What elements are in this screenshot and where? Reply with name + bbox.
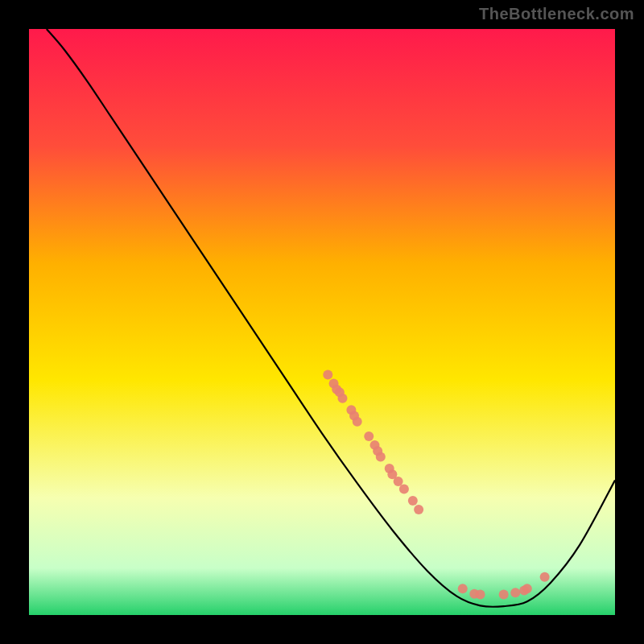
scatter-point <box>408 496 418 506</box>
scatter-point <box>399 484 409 493</box>
scatter-point <box>476 590 485 600</box>
scatter-point <box>353 417 362 427</box>
scatter-point <box>540 572 550 582</box>
gradient-background <box>29 29 615 615</box>
watermark-text: TheBottleneck.com <box>479 5 634 23</box>
scatter-point <box>394 477 403 486</box>
scatter-point <box>364 431 374 441</box>
figure-outer: TheBottleneck.com <box>0 0 644 644</box>
scatter-point <box>323 370 332 380</box>
chart-svg <box>29 29 615 615</box>
scatter-point <box>376 452 386 461</box>
scatter-point <box>414 505 423 514</box>
scatter-point <box>499 590 509 600</box>
scatter-point <box>522 584 532 593</box>
scatter-point <box>337 394 347 403</box>
scatter-point <box>458 584 468 593</box>
plot-area <box>29 29 615 615</box>
scatter-point <box>510 588 520 597</box>
